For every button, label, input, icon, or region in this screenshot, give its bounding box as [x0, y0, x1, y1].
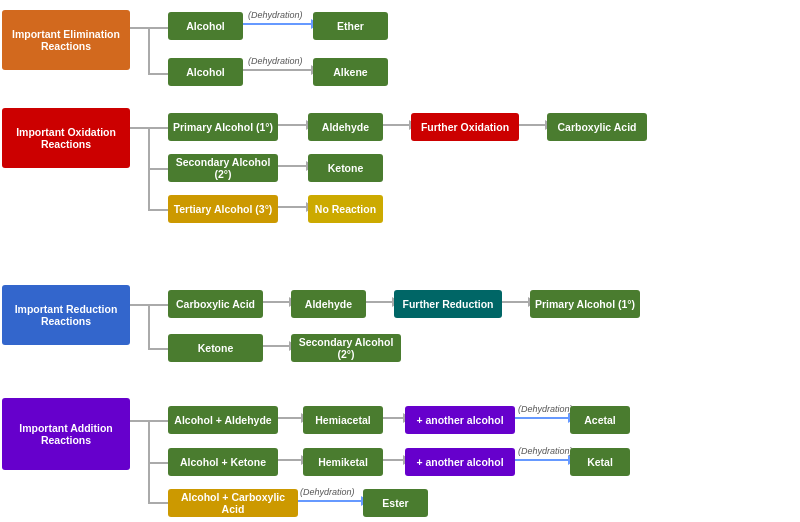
add-row2-output: Ketal	[570, 448, 630, 476]
ox-further-oxidation: Further Oxidation	[411, 113, 519, 141]
elim-row1-input: Alcohol	[168, 12, 243, 40]
add-row1-plus: + another alcohol	[405, 406, 515, 434]
add-row2-mid: Hemiketal	[303, 448, 383, 476]
ox-row3-output: No Reaction	[308, 195, 383, 223]
diagram: Important Elimination Reactions Alcohol …	[0, 0, 800, 522]
ox-row2-input: Secondary Alcohol (2°)	[168, 154, 278, 182]
ox-row1-input: Primary Alcohol (1°)	[168, 113, 278, 141]
add-row2-input: Alcohol + Ketone	[168, 448, 278, 476]
red-row2-input: Ketone	[168, 334, 263, 362]
add-row1-input: Alcohol + Aldehyde	[168, 406, 278, 434]
add-row1-output: Acetal	[570, 406, 630, 434]
red-further-reduction: Further Reduction	[394, 290, 502, 318]
red-row1-input: Carboxylic Acid	[168, 290, 263, 318]
ox-row3-input: Tertiary Alcohol (3°)	[168, 195, 278, 223]
add-row2-plus: + another alcohol	[405, 448, 515, 476]
add-row3-input: Alcohol + Carboxylic Acid	[168, 489, 298, 517]
add-row1-mid: Hemiacetal	[303, 406, 383, 434]
ox-row1-mid: Aldehyde	[308, 113, 383, 141]
red-row1-output: Primary Alcohol (1°)	[530, 290, 640, 318]
addition-label: Important AdditionReactions	[2, 398, 130, 470]
add-row3-output: Ester	[363, 489, 428, 517]
elim-row2-input: Alcohol	[168, 58, 243, 86]
elimination-label: Important Elimination Reactions	[2, 10, 130, 70]
elim-row1-output: Ether	[313, 12, 388, 40]
red-row2-output: Secondary Alcohol (2°)	[291, 334, 401, 362]
red-row1-mid: Aldehyde	[291, 290, 366, 318]
ox-row1-output: Carboxylic Acid	[547, 113, 647, 141]
reduction-label: Important ReductionReactions	[2, 285, 130, 345]
ox-row2-output: Ketone	[308, 154, 383, 182]
elim-row2-output: Alkene	[313, 58, 388, 86]
oxidation-label: Important OxidationReactions	[2, 108, 130, 168]
